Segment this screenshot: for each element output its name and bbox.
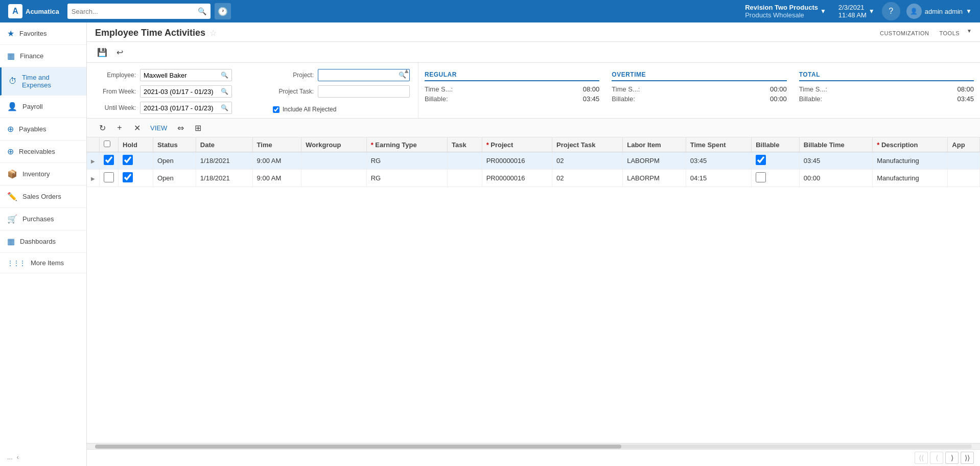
row-project-task-0: 02: [552, 152, 623, 170]
sidebar-item-payroll[interactable]: 👤 Payroll: [0, 96, 86, 118]
sidebar-item-purchases[interactable]: 🛒 Purchases: [0, 208, 86, 230]
sidebar-item-favorites[interactable]: ★ Favorites: [0, 22, 86, 45]
user-chevron-icon: ▼: [966, 8, 972, 15]
horizontal-scrollbar[interactable]: [87, 443, 980, 449]
employee-input[interactable]: Maxwell Baker 🔍: [140, 69, 232, 81]
project-text-input[interactable]: [321, 72, 399, 79]
regular-divider: [425, 80, 599, 81]
row-expand-0[interactable]: ▶: [87, 152, 100, 170]
sidebar-item-time-expenses[interactable]: ⏱ Time and Expenses: [0, 67, 86, 96]
sidebar-label-inventory: Inventory: [22, 170, 50, 178]
grid-toolbar: ↻ + ✕ VIEW ⇔ ⊞: [87, 119, 980, 137]
sidebar-item-inventory[interactable]: 📦 Inventory: [0, 163, 86, 185]
favorite-star-icon[interactable]: ☆: [209, 28, 217, 38]
total-time-row: Time S...: 08:00: [799, 84, 974, 94]
until-week-input[interactable]: 2021-03 (01/17 - 01/23) 🔍: [140, 102, 232, 114]
row-hold-1[interactable]: [119, 170, 153, 187]
col-expand: [87, 137, 100, 152]
grid-export-button[interactable]: ⊞: [191, 121, 205, 135]
date-selector[interactable]: 2/3/2021 11:48 AM ▼: [833, 2, 880, 21]
grid-delete-button[interactable]: ✕: [130, 121, 144, 135]
row-billable-checkbox-1[interactable]: [756, 172, 766, 182]
activities-table: Hold Status Date Time Workgroup * Earnin…: [87, 137, 980, 187]
scroll-thumb[interactable]: [95, 445, 621, 449]
col-task: Task: [448, 137, 482, 152]
expand-arrow-0[interactable]: ▶: [91, 158, 95, 164]
include-all-rejected-label[interactable]: Include All Rejected: [283, 106, 336, 113]
history-button[interactable]: 🕐: [215, 3, 231, 19]
first-page-button[interactable]: ⟨⟨: [915, 452, 928, 464]
row-hold-0[interactable]: [119, 152, 153, 170]
row-earning-type-0: RG: [366, 152, 447, 170]
expand-arrow-1[interactable]: ▶: [91, 176, 95, 181]
sidebar-collapse[interactable]: ... ‹: [0, 448, 86, 466]
regular-time-row: Time S...: 08:00: [425, 84, 599, 94]
row-expand-1[interactable]: ▶: [87, 170, 100, 187]
row-checkbox-1[interactable]: [104, 172, 114, 182]
grid-add-button[interactable]: +: [112, 121, 127, 135]
search-input[interactable]: [72, 8, 195, 15]
scroll-track[interactable]: [95, 445, 972, 449]
row-hold-checkbox-1[interactable]: [123, 172, 133, 182]
project-task-input[interactable]: [318, 85, 410, 98]
receivables-icon: ⊕: [7, 147, 14, 156]
until-week-value: 2021-03 (01/17 - 01/23): [144, 104, 214, 112]
help-button[interactable]: ?: [882, 2, 900, 20]
col-time: Time: [252, 137, 301, 152]
user-menu[interactable]: 👤 admin admin ▼: [902, 4, 976, 19]
sidebar: ★ Favorites ▦ Finance ⏱ Time and Expense…: [0, 22, 87, 466]
grid-view-button[interactable]: VIEW: [147, 122, 170, 134]
row-billable-1[interactable]: [752, 170, 800, 187]
col-app: App: [948, 137, 980, 152]
summary-area: REGULAR Time S...: 08:00 Billable: 03:45…: [418, 63, 980, 118]
inventory-icon: 📦: [7, 169, 17, 179]
row-billable-checkbox-0[interactable]: [756, 155, 766, 165]
row-checkbox-0[interactable]: [104, 155, 114, 165]
sidebar-item-dashboards[interactable]: ▦ Dashboards: [0, 230, 86, 253]
tools-button[interactable]: TOOLS: [937, 28, 963, 38]
sidebar-item-finance[interactable]: ▦ Finance: [0, 45, 86, 67]
row-project-1: PR00000016: [482, 170, 552, 187]
row-task-1: [448, 170, 482, 187]
row-date-0: 1/18/2021: [196, 152, 252, 170]
customization-button[interactable]: CUSTOMIZATION: [877, 28, 932, 38]
logo[interactable]: A Acumatica: [4, 4, 63, 18]
undo-button[interactable]: ↩: [112, 45, 127, 59]
save-button[interactable]: 💾: [95, 45, 109, 59]
employee-search-icon[interactable]: 🔍: [221, 72, 228, 79]
include-all-rejected-checkbox[interactable]: [273, 106, 279, 113]
project-input[interactable]: 🔍: [318, 69, 410, 81]
select-all-checkbox[interactable]: [104, 141, 110, 147]
last-page-button[interactable]: ⟩⟩: [961, 452, 974, 464]
prev-page-button[interactable]: ⟨: [930, 452, 943, 464]
row-time-1: 9:00 AM: [252, 170, 301, 187]
grid-refresh-button[interactable]: ↻: [95, 121, 109, 135]
summary-overtime: OVERTIME Time S...: 00:00 Billable: 00:0…: [605, 67, 792, 108]
sidebar-item-sales-orders[interactable]: ✏️ Sales Orders: [0, 185, 86, 208]
until-week-search-icon[interactable]: 🔍: [221, 104, 228, 111]
col-billable-time: Billable Time: [799, 137, 872, 152]
form-collapse-icon[interactable]: ▲: [403, 67, 410, 75]
next-page-button[interactable]: ⟩: [945, 452, 959, 464]
row-billable-0[interactable]: [752, 152, 800, 170]
company-selector[interactable]: Revision Two Products Products Wholesale…: [740, 2, 831, 21]
row-select-0[interactable]: [100, 152, 119, 170]
search-icon[interactable]: 🔍: [198, 7, 206, 15]
col-description: * Description: [873, 137, 948, 152]
sidebar-label-time-expenses: Time and Expenses: [22, 74, 79, 89]
from-week-row: From Week: 2021-03 (01/17 - 01/23) 🔍: [95, 85, 232, 98]
table-row: ▶ Open 1/18/2021 9:00 AM RG PR00000016 0…: [87, 170, 980, 187]
ot-time-key: Time S...:: [612, 85, 640, 93]
pagination: ⟨⟨ ⟨ ⟩ ⟩⟩: [87, 449, 980, 466]
row-hold-checkbox-0[interactable]: [123, 155, 133, 165]
sidebar-item-receivables[interactable]: ⊕ Receivables: [0, 141, 86, 163]
from-week-search-icon[interactable]: 🔍: [221, 88, 228, 95]
from-week-input[interactable]: 2021-03 (01/17 - 01/23) 🔍: [140, 85, 232, 98]
sidebar-item-payables[interactable]: ⊕ Payables: [0, 118, 86, 141]
sidebar-label-payables: Payables: [19, 125, 46, 133]
sidebar-item-more-items[interactable]: ⋮⋮⋮ More Items: [0, 253, 86, 273]
employee-label: Employee:: [95, 72, 136, 79]
grid-fit-button[interactable]: ⇔: [173, 121, 188, 135]
company-sub: Products Wholesale: [745, 11, 818, 19]
row-select-1[interactable]: [100, 170, 119, 187]
